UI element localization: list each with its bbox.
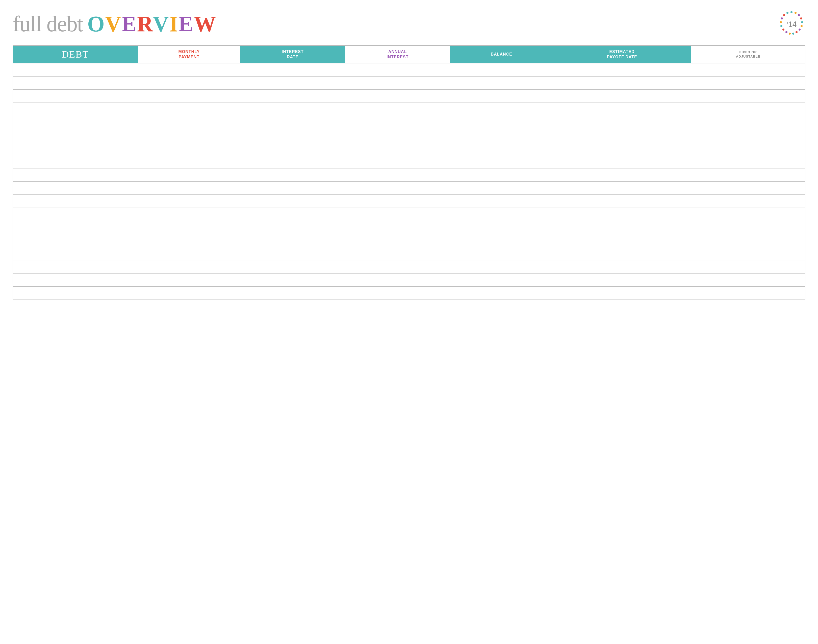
table-cell: [13, 142, 138, 155]
table-row: [13, 90, 806, 103]
table-cell: [240, 182, 345, 195]
table-cell: [13, 261, 138, 273]
table-cell: [345, 182, 450, 195]
table-cell: [345, 221, 450, 234]
table-cell: [138, 116, 240, 129]
svg-point-16: [786, 12, 789, 14]
table-cell: [345, 155, 450, 169]
svg-point-13: [780, 21, 782, 23]
table-row: [13, 208, 806, 221]
table-cell: [450, 234, 553, 247]
table-cell: [450, 169, 553, 182]
table-cell: [553, 261, 691, 273]
table-cell: [345, 142, 450, 155]
title-overview-text: OVERVIEW: [87, 13, 217, 35]
table-cell: [240, 155, 345, 169]
table-cell: [553, 116, 691, 129]
svg-point-2: [798, 14, 800, 16]
table-cell: [13, 63, 138, 77]
table-cell: [240, 287, 345, 300]
table-cell: [13, 208, 138, 221]
svg-point-15: [783, 14, 785, 16]
table-cell: [240, 116, 345, 129]
header-row: DEBT MONTHLYPAYMENT INTERESTRATE ANNUALI…: [13, 46, 806, 63]
table-cell: [553, 155, 691, 169]
table-cell: [691, 182, 806, 195]
table-cell: [691, 208, 806, 221]
table-row: [13, 221, 806, 234]
title-area: full debt OVERVIEW: [12, 13, 216, 35]
col-header-debt: DEBT: [13, 46, 138, 63]
table-cell: [691, 169, 806, 182]
table-cell: [450, 155, 553, 169]
table-row: [13, 116, 806, 129]
table-cell: [345, 90, 450, 103]
svg-point-1: [795, 12, 797, 14]
table-cell: [13, 169, 138, 182]
table-cell: [240, 77, 345, 90]
table-cell: [138, 221, 240, 234]
table-cell: [240, 129, 345, 142]
table-cell: [13, 155, 138, 169]
table-cell: [240, 273, 345, 287]
table-cell: [13, 221, 138, 234]
table-cell: [450, 103, 553, 116]
table-cell: [138, 247, 240, 261]
table-cell: [691, 129, 806, 142]
table-cell: [691, 273, 806, 287]
table-cell: [138, 195, 240, 208]
col-header-annual: ANNUALINTEREST: [345, 46, 450, 63]
table-cell: [13, 90, 138, 103]
title-light-text: full debt: [12, 13, 83, 35]
table-cell: [240, 234, 345, 247]
table-cell: [450, 221, 553, 234]
col-header-monthly: MONTHLYPAYMENT: [138, 46, 240, 63]
year-badge: '14: [778, 10, 806, 38]
table-cell: [691, 247, 806, 261]
table-cell: [553, 208, 691, 221]
table-cell: [691, 287, 806, 300]
table-cell: [553, 129, 691, 142]
table-cell: [240, 208, 345, 221]
table-cell: [450, 77, 553, 90]
table-cell: [138, 208, 240, 221]
table-cell: [240, 142, 345, 155]
svg-point-11: [783, 29, 784, 31]
table-row: [13, 261, 806, 273]
table-cell: [138, 234, 240, 247]
col-header-estimated: ESTIMATEDPAYOFF DATE: [553, 46, 691, 63]
svg-point-6: [798, 29, 801, 31]
table-cell: [240, 63, 345, 77]
svg-point-7: [795, 31, 798, 33]
col-header-interest-rate: INTERESTRATE: [240, 46, 345, 63]
table-cell: [345, 116, 450, 129]
table-cell: [553, 195, 691, 208]
table-cell: [450, 63, 553, 77]
table-cell: [13, 195, 138, 208]
table-cell: [345, 63, 450, 77]
table-cell: [450, 90, 553, 103]
table-body: [13, 63, 806, 300]
table-cell: [691, 221, 806, 234]
table-cell: [240, 221, 345, 234]
table-cell: [13, 234, 138, 247]
col-header-fixed: FIXED ORADJUSTABLE: [691, 46, 806, 63]
svg-point-9: [789, 32, 791, 35]
table-cell: [345, 234, 450, 247]
table-cell: [13, 103, 138, 116]
table-cell: [138, 261, 240, 273]
table-header: DEBT MONTHLYPAYMENT INTERESTRATE ANNUALI…: [13, 46, 806, 63]
table-cell: [553, 169, 691, 182]
badge-year: '14: [786, 20, 797, 28]
table-cell: [345, 261, 450, 273]
table-cell: [450, 273, 553, 287]
table-cell: [553, 221, 691, 234]
table-cell: [138, 273, 240, 287]
table-cell: [138, 63, 240, 77]
table-cell: [691, 261, 806, 273]
table-cell: [240, 169, 345, 182]
table-cell: [450, 195, 553, 208]
table-cell: [345, 287, 450, 300]
table-cell: [553, 182, 691, 195]
table-cell: [450, 247, 553, 261]
